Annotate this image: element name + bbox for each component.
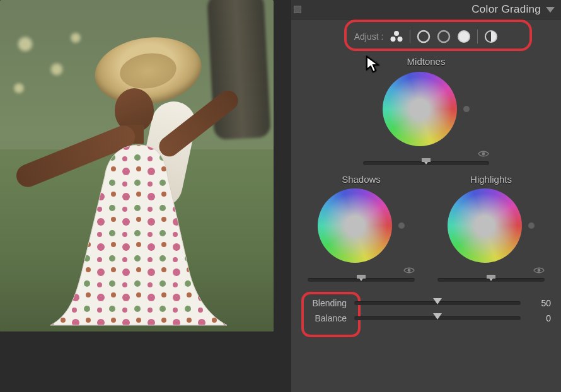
svg-point-5 — [394, 31, 399, 36]
midtones-wheel-wrap — [383, 72, 470, 146]
midtones-target-icon[interactable] — [437, 30, 451, 43]
midtones-wheel-handle[interactable] — [415, 105, 427, 116]
svg-point-6 — [391, 37, 396, 42]
shadows-highlights-row: Shadows — [301, 173, 551, 284]
adjust-toolbar: Adjust : — [301, 23, 551, 50]
photo-subject — [25, 44, 233, 321]
highlights-visibility-icon[interactable] — [533, 267, 545, 274]
panel-body: Adjust : — [291, 20, 561, 338]
blending-slider[interactable] — [354, 299, 521, 308]
toolbar-separator-2 — [477, 30, 478, 43]
svg-point-10 — [458, 31, 470, 42]
highlights-target-icon[interactable] — [457, 30, 471, 43]
svg-point-14 — [408, 269, 411, 272]
blend-balance-group: Blending 50 Balance 0 — [301, 296, 551, 326]
balance-value: 0 — [528, 313, 551, 323]
preview-photo[interactable] — [0, 0, 274, 331]
image-preview-pane — [0, 0, 291, 392]
highlights-color-wheel[interactable] — [448, 188, 522, 263]
shadows-visibility-icon[interactable] — [403, 267, 415, 274]
three-way-icon[interactable] — [390, 30, 403, 43]
svg-point-9 — [438, 31, 449, 42]
shadows-luminance-dot[interactable] — [398, 222, 405, 229]
shadows-column: Shadows — [308, 173, 415, 284]
balance-label: Balance — [301, 313, 347, 323]
svg-point-7 — [398, 37, 403, 42]
panel-header[interactable]: Color Grading — [291, 0, 561, 20]
svg-point-8 — [418, 31, 429, 42]
color-grading-panel: Color Grading Adjust : — [291, 0, 561, 392]
panel-collapse-icon[interactable] — [546, 7, 555, 13]
blending-value: 50 — [528, 298, 551, 308]
highlights-column: Highlights — [437, 173, 545, 284]
toolbar-separator — [410, 30, 410, 43]
highlights-saturation-slider[interactable] — [437, 275, 545, 284]
midtones-saturation-slider[interactable] — [363, 159, 489, 168]
highlights-wheel-handle[interactable] — [480, 221, 492, 233]
midtones-color-wheel[interactable] — [383, 72, 457, 146]
shadows-target-icon[interactable] — [417, 30, 431, 43]
shadows-saturation-slider[interactable] — [308, 275, 415, 284]
app-root: Color Grading Adjust : — [0, 0, 561, 392]
balance-slider[interactable] — [354, 314, 521, 323]
blending-label: Blending — [301, 298, 347, 308]
adjust-label: Adjust : — [354, 32, 384, 42]
highlights-title: Highlights — [470, 174, 512, 185]
midtones-title: Midtones — [301, 56, 551, 67]
midtones-visibility-icon[interactable] — [478, 150, 489, 158]
panel-switch-icon[interactable] — [294, 6, 301, 13]
shadows-wheel-handle[interactable] — [350, 221, 362, 233]
panel-title: Color Grading — [471, 3, 541, 16]
shadows-title: Shadows — [342, 174, 381, 185]
balance-row: Balance 0 — [301, 313, 551, 323]
shadows-color-wheel[interactable] — [318, 188, 392, 263]
midtones-luminance-dot[interactable] — [463, 106, 470, 112]
svg-point-15 — [538, 269, 541, 272]
blending-row: Blending 50 — [301, 298, 551, 308]
global-target-icon[interactable] — [484, 30, 498, 43]
svg-point-13 — [482, 153, 485, 156]
highlights-luminance-dot[interactable] — [528, 222, 535, 229]
midtones-wheel-area — [301, 72, 551, 168]
